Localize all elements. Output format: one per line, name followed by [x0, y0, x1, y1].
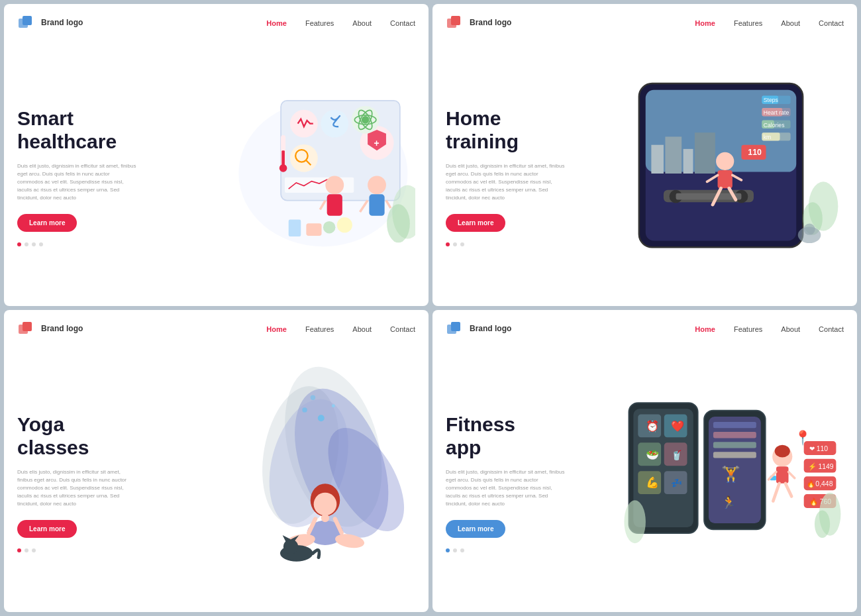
svg-rect-22: [327, 194, 342, 215]
dot-t3: [460, 242, 464, 246]
yoga-illustration: [170, 354, 415, 605]
dots-training: [446, 242, 598, 246]
svg-point-21: [325, 176, 344, 194]
svg-point-80: [311, 395, 315, 400]
learn-more-button-training[interactable]: Learn more: [446, 214, 505, 232]
svg-point-4: [290, 110, 318, 138]
panel-fitness: Brand logo Home Features About Contact F…: [432, 310, 857, 612]
svg-text:❤️: ❤️: [671, 419, 685, 433]
page-title-yoga: Yoga classes: [17, 413, 170, 459]
svg-rect-94: [451, 322, 460, 331]
svg-rect-39: [665, 136, 682, 174]
page-title-training: Home training: [446, 107, 598, 153]
healthcare-illustration: +: [170, 48, 415, 299]
svg-point-118: [775, 445, 790, 458]
dot-f1: [446, 548, 450, 552]
page-desc-yoga: Duis elis justo, dignissim in efficitur …: [17, 468, 136, 508]
svg-point-13: [290, 144, 318, 172]
nav-training: Brand logo Home Features About Contact: [432, 4, 857, 41]
svg-text:Heart rate: Heart rate: [764, 109, 789, 116]
svg-point-77: [318, 415, 325, 421]
brand-fitness: Brand logo: [446, 319, 511, 338]
nav-contact-2[interactable]: Contact: [819, 19, 844, 27]
svg-rect-114: [713, 452, 756, 458]
svg-rect-30: [281, 150, 285, 166]
svg-rect-18: [369, 194, 384, 215]
nav-features-3[interactable]: Features: [305, 325, 334, 333]
svg-text:🏃: 🏃: [721, 495, 737, 510]
svg-rect-41: [695, 132, 715, 174]
learn-more-button-yoga[interactable]: Learn more: [17, 520, 77, 538]
svg-line-124: [789, 472, 795, 478]
page-desc-training: Duis elit justo, dignissim in efficitur …: [446, 162, 565, 202]
page-title-healthcare: Smart healthcare: [17, 107, 170, 153]
nav-about-4[interactable]: About: [781, 325, 800, 333]
svg-point-88: [321, 514, 329, 522]
brand-logo-icon-2: [446, 13, 464, 32]
nav-contact-3[interactable]: Contact: [390, 325, 415, 333]
brand-logo-icon-4: [446, 319, 464, 338]
nav-features-4[interactable]: Features: [734, 325, 762, 333]
left-side-fitness: Fitness app Duis elit justo, dignissim i…: [446, 354, 598, 605]
svg-point-78: [302, 407, 307, 412]
svg-text:🥤: 🥤: [671, 450, 683, 461]
svg-text:❤ 110: ❤ 110: [809, 445, 828, 452]
dot-t2: [453, 242, 457, 246]
svg-rect-111: [713, 422, 756, 428]
svg-rect-47: [718, 170, 733, 188]
brand-healthcare: Brand logo: [17, 13, 83, 32]
dot-y2: [25, 548, 28, 552]
svg-text:📍: 📍: [794, 429, 812, 446]
content-fitness: Fitness app Duis elit justo, dignissim i…: [432, 347, 857, 612]
page-desc-healthcare: Duis elit justo, dignissim in efficitur …: [17, 162, 136, 202]
nav-contact[interactable]: Contact: [390, 19, 415, 27]
brand-yoga: Brand logo: [17, 319, 83, 338]
brand-logo-icon: [17, 13, 36, 32]
svg-point-136: [624, 500, 645, 543]
nav-features[interactable]: Features: [305, 19, 334, 27]
nav-fitness: Brand logo Home Features About Contact: [432, 310, 857, 347]
nav-about-3[interactable]: About: [352, 325, 372, 333]
dot-3: [32, 242, 36, 246]
svg-point-90: [283, 539, 298, 554]
nav-features-2[interactable]: Features: [734, 19, 762, 27]
nav-home[interactable]: Home: [266, 19, 287, 27]
dot-y3: [32, 548, 36, 552]
svg-rect-112: [713, 432, 756, 438]
content-training: Home training Duis elit justo, dignissim…: [432, 41, 857, 306]
svg-rect-71: [23, 322, 32, 331]
svg-text:⚡ 1149: ⚡ 1149: [808, 462, 834, 471]
svg-text:Steps: Steps: [764, 97, 779, 103]
dot-f2: [453, 548, 457, 552]
left-side-yoga: Yoga classes Duis elis justo, dignissim …: [17, 354, 170, 605]
brand-logo-text-2: Brand logo: [470, 18, 511, 27]
nav-home-4[interactable]: Home: [695, 325, 715, 333]
learn-more-button-fitness[interactable]: Learn more: [446, 520, 505, 538]
svg-point-82: [314, 493, 337, 516]
nav-about-2[interactable]: About: [781, 19, 800, 27]
fitness-illustration: ⏰ ❤️ 🥗 🥤 💪 💤 🏋️ 🏃: [598, 354, 844, 605]
svg-text:Calories: Calories: [764, 122, 785, 128]
svg-text:km: km: [764, 134, 772, 140]
nav-links-4: Home Features About Contact: [695, 323, 844, 334]
left-side-training: Home training Duis elit justo, dignissim…: [446, 48, 598, 299]
svg-text:🏋️: 🏋️: [721, 465, 740, 484]
nav-home-3[interactable]: Home: [266, 325, 287, 333]
nav-contact-4[interactable]: Contact: [819, 325, 844, 333]
svg-point-69: [803, 223, 815, 234]
left-side-healthcare: Smart healthcare Duis elit justo, dignis…: [17, 48, 170, 299]
nav-about[interactable]: About: [352, 19, 372, 27]
svg-text:110: 110: [748, 148, 762, 157]
dot-y1: [17, 548, 21, 552]
nav-home-2[interactable]: Home: [695, 19, 715, 27]
nav-healthcare: Brand logo Home Features About Contact: [4, 4, 429, 41]
svg-rect-24: [289, 220, 301, 237]
svg-text:⏰: ⏰: [646, 419, 660, 433]
learn-more-button-healthcare[interactable]: Learn more: [17, 214, 77, 232]
page-title-fitness: Fitness app: [446, 413, 598, 459]
page-desc-fitness: Duis elit justo, dignissim in efficitur …: [446, 468, 565, 508]
nav-yoga: Brand logo Home Features About Contact: [4, 310, 429, 347]
brand-logo-icon-3: [17, 319, 36, 338]
brand-training: Brand logo: [446, 13, 511, 32]
svg-rect-1: [23, 16, 32, 25]
